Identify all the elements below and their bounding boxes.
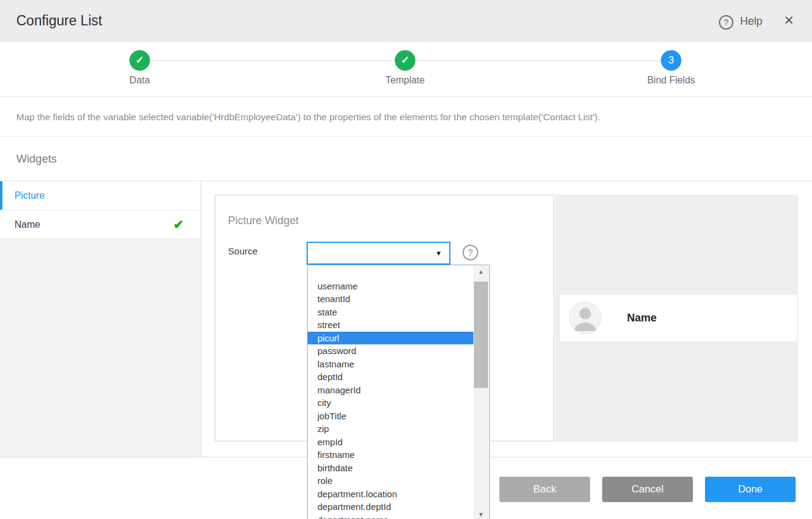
description-bar: Map the fields of the variable selected … bbox=[0, 97, 812, 137]
description-text: Map the fields of the variable selected … bbox=[16, 112, 600, 123]
source-help-icon[interactable]: ? bbox=[463, 245, 478, 260]
preview-list-item: Name bbox=[560, 295, 797, 341]
wizard-stepper: ✓ Data ✓ Template 3 Bind Fields bbox=[0, 42, 812, 97]
widgets-section-header: Widgets bbox=[0, 137, 812, 181]
dropdown-option[interactable]: city bbox=[308, 396, 474, 410]
dropdown-option[interactable]: empId bbox=[308, 436, 474, 449]
step-label: Bind Fields bbox=[629, 75, 713, 86]
avatar bbox=[569, 301, 602, 334]
dropdown-option[interactable]: password bbox=[308, 344, 474, 358]
template-preview-area: Name bbox=[555, 195, 798, 442]
cancel-button[interactable]: Cancel bbox=[602, 477, 693, 502]
dropdown-option[interactable]: department.location bbox=[308, 488, 474, 501]
step-done-check-icon: ✓ bbox=[129, 50, 150, 71]
scroll-up-icon[interactable]: ▲ bbox=[473, 268, 489, 275]
dropdown-option[interactable]: tenantId bbox=[308, 292, 474, 306]
source-label: Source bbox=[228, 246, 258, 257]
configure-list-dialog: Configure List ? Help ✕ ✓ Data ✓ Templat… bbox=[0, 0, 812, 519]
dropdown-option[interactable]: firstname bbox=[308, 448, 474, 462]
sidebar-item-picture[interactable]: Picture bbox=[0, 181, 201, 210]
scrollbar-thumb[interactable] bbox=[474, 282, 488, 388]
sidebar-item-label: Picture bbox=[15, 190, 45, 201]
source-dropdown-list: username tenantId state street picurl pa… bbox=[307, 265, 490, 519]
dropdown-option[interactable] bbox=[308, 266, 474, 280]
step-done-check-icon: ✓ bbox=[395, 50, 415, 71]
person-silhouette-icon bbox=[569, 301, 602, 334]
dropdown-option[interactable]: street bbox=[308, 318, 474, 332]
bound-check-icon: ✔ bbox=[173, 218, 184, 232]
sidebar-item-name[interactable]: Name ✔ bbox=[0, 210, 201, 239]
dropdown-option[interactable]: lastname bbox=[308, 358, 474, 371]
source-select[interactable]: ▼ bbox=[307, 242, 450, 265]
widgets-sidebar: Picture Name ✔ bbox=[0, 181, 201, 457]
dropdown-option[interactable]: deptId bbox=[308, 370, 474, 384]
step-label: Template bbox=[363, 75, 447, 86]
step-number-badge: 3 bbox=[661, 50, 681, 71]
sidebar-item-label: Name bbox=[15, 219, 41, 230]
dropdown-scrollbar[interactable]: ▲ ▼ bbox=[473, 266, 489, 519]
dropdown-option[interactable]: department.name bbox=[308, 514, 474, 519]
panel-title: Picture Widget bbox=[228, 214, 299, 227]
scroll-down-icon[interactable]: ▼ bbox=[473, 511, 489, 518]
back-button[interactable]: Back bbox=[499, 477, 590, 502]
close-icon[interactable]: ✕ bbox=[784, 13, 794, 28]
widgets-title: Widgets bbox=[16, 152, 57, 166]
help-link[interactable]: Help bbox=[740, 15, 762, 28]
dropdown-option[interactable]: department.deptId bbox=[308, 500, 474, 514]
preview-name-label: Name bbox=[627, 312, 657, 324]
dropdown-option[interactable]: birthdate bbox=[308, 462, 474, 475]
dropdown-option[interactable]: managerId bbox=[308, 384, 474, 397]
dropdown-option[interactable]: zip bbox=[308, 422, 474, 436]
step-bind-fields[interactable]: 3 Bind Fields bbox=[629, 50, 713, 86]
step-template[interactable]: ✓ Template bbox=[363, 50, 447, 86]
dropdown-option[interactable]: jobTitle bbox=[308, 410, 474, 423]
dialog-title: Configure List bbox=[16, 13, 102, 29]
chevron-down-icon: ▼ bbox=[435, 250, 442, 257]
dialog-header: Configure List ? Help ✕ bbox=[0, 0, 812, 42]
dropdown-option[interactable]: role bbox=[308, 474, 474, 488]
help-question-icon[interactable]: ? bbox=[719, 15, 733, 30]
dropdown-option[interactable]: username bbox=[308, 280, 474, 293]
dropdown-option[interactable]: state bbox=[308, 306, 474, 319]
step-data[interactable]: ✓ Data bbox=[97, 50, 182, 86]
step-label: Data bbox=[97, 75, 182, 86]
done-button[interactable]: Done bbox=[705, 477, 796, 502]
dropdown-option-selected[interactable]: picurl bbox=[308, 332, 474, 345]
